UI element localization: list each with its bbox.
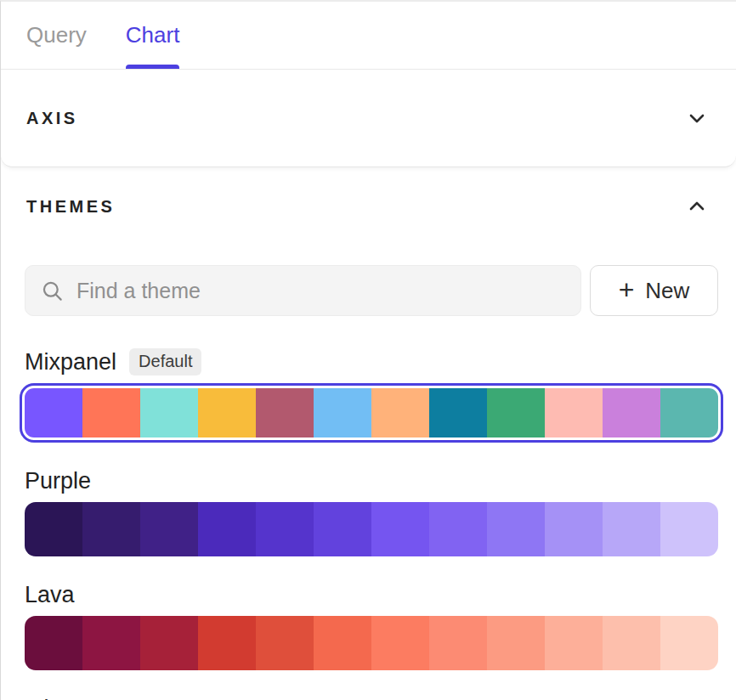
- theme-item-lava: Lava: [1, 582, 736, 670]
- theme-search-box[interactable]: [25, 265, 581, 316]
- theme-label-row: MixpanelDefault: [1, 348, 736, 375]
- color-swatch: [82, 502, 140, 556]
- theme-name: Mixpanel: [25, 349, 116, 375]
- theme-search-row: + New: [25, 265, 718, 316]
- color-swatch: [198, 616, 256, 670]
- color-swatch: [429, 616, 487, 670]
- axis-section-label: AXIS: [26, 109, 78, 128]
- theme-label-row: Lava: [1, 582, 736, 608]
- theme-item-mist: Mist: [1, 696, 736, 700]
- color-swatch: [429, 388, 487, 438]
- selected-theme-outline[interactable]: [20, 383, 723, 443]
- theme-name: Mist: [25, 696, 67, 700]
- plus-icon: +: [619, 276, 635, 303]
- color-swatch: [545, 616, 603, 670]
- color-swatch: [256, 388, 314, 438]
- tab-chart[interactable]: Chart: [126, 2, 180, 69]
- color-swatch: [25, 502, 82, 556]
- chevron-up-icon[interactable]: [687, 196, 707, 217]
- color-swatch: [82, 388, 140, 438]
- color-swatch: [371, 388, 429, 438]
- themes-section: THEMES + New MixpanelDefaultPurpleLavaMi…: [1, 189, 736, 700]
- themes-section-label: THEMES: [26, 197, 115, 217]
- new-theme-button-label: New: [645, 278, 689, 304]
- chart-settings-panel: { "tabs": [ { "label": "Query", "active"…: [0, 0, 736, 700]
- color-swatch: [487, 616, 545, 670]
- theme-label-row: Mist: [1, 696, 736, 700]
- color-swatch: [371, 616, 429, 670]
- color-swatch: [660, 616, 718, 670]
- color-swatch: [140, 616, 198, 670]
- color-swatch: [487, 502, 545, 556]
- tab-query[interactable]: Query: [26, 2, 87, 69]
- theme-name: Lava: [25, 582, 75, 608]
- color-swatch: [429, 502, 487, 556]
- color-swatch: [140, 502, 198, 556]
- search-icon: [41, 279, 64, 302]
- color-swatch: [140, 388, 198, 438]
- theme-search-input[interactable]: [76, 279, 565, 303]
- tab-bar: Query Chart: [1, 2, 736, 70]
- color-swatch: [660, 502, 718, 556]
- color-swatch: [545, 388, 603, 438]
- theme-list: MixpanelDefaultPurpleLavaMist: [1, 348, 736, 700]
- color-swatch: [660, 388, 718, 438]
- color-swatch: [314, 502, 371, 556]
- theme-swatch-row-purple[interactable]: [25, 502, 718, 556]
- color-swatch: [256, 502, 314, 556]
- color-swatch: [314, 616, 371, 670]
- color-swatch: [25, 388, 82, 438]
- color-swatch: [25, 616, 82, 670]
- chevron-down-icon[interactable]: [687, 108, 707, 128]
- color-swatch: [603, 388, 660, 438]
- theme-item-mixpanel: MixpanelDefault: [1, 348, 736, 443]
- new-theme-button[interactable]: + New: [590, 265, 718, 316]
- color-swatch: [371, 502, 429, 556]
- theme-name: Purple: [25, 468, 91, 494]
- theme-label-row: Purple: [1, 468, 736, 494]
- color-swatch: [603, 502, 660, 556]
- color-swatch: [198, 502, 256, 556]
- color-swatch: [603, 616, 660, 670]
- color-swatch: [198, 388, 256, 438]
- default-badge: Default: [129, 348, 201, 375]
- color-swatch: [314, 388, 371, 438]
- theme-item-purple: Purple: [1, 468, 736, 556]
- color-swatch: [256, 616, 314, 670]
- color-swatch: [82, 616, 140, 670]
- color-swatch: [545, 502, 603, 556]
- color-swatch: [487, 388, 545, 438]
- axis-section-header[interactable]: AXIS: [1, 70, 736, 167]
- theme-swatch-row-mixpanel[interactable]: [25, 388, 718, 438]
- query-chart-card: Query Chart AXIS: [1, 2, 736, 167]
- themes-section-header[interactable]: THEMES: [1, 189, 736, 223]
- theme-swatch-row-lava[interactable]: [25, 616, 718, 670]
